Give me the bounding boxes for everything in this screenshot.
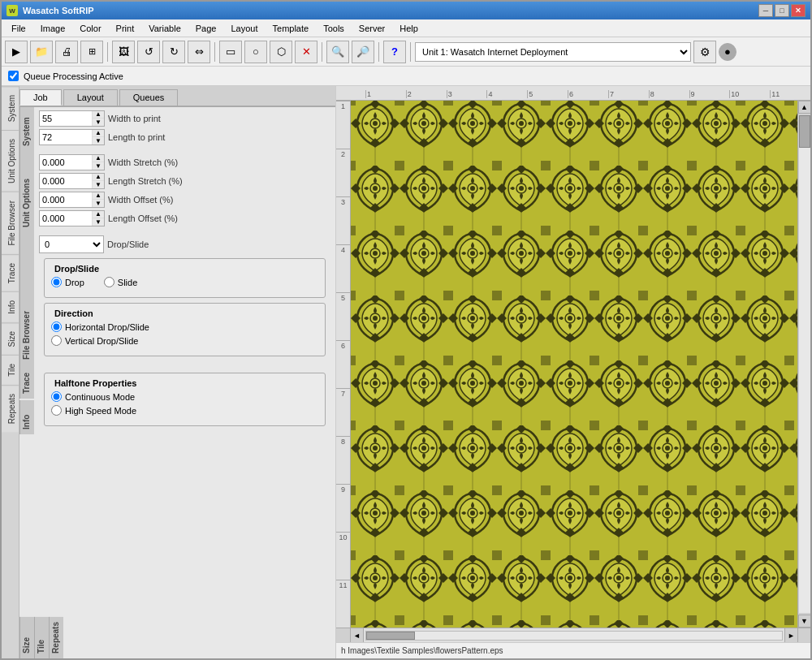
maximize-button[interactable]: □ <box>775 4 789 17</box>
drop-slide-select[interactable]: 0 <box>39 235 104 253</box>
horizontal-radio[interactable] <box>51 321 62 332</box>
unit-options-group-content: ▲ ▼ Width Stretch (%) ▲ ▼ <box>34 151 335 232</box>
width-stretch-down[interactable]: ▼ <box>93 162 104 170</box>
left-tabs-strip: System Unit Options File Browser Trace I… <box>2 86 19 658</box>
length-stretch-input[interactable] <box>40 174 92 188</box>
menu-color[interactable]: Color <box>73 22 107 35</box>
flip-button[interactable]: ⇔ <box>188 41 210 63</box>
printer-dropdown[interactable]: Unit 1: Wasatch Internet Deployment <box>415 42 691 62</box>
scroll-down-button[interactable]: ▼ <box>798 615 811 628</box>
v-tab-file-browser[interactable]: File Browser <box>2 192 19 254</box>
open-button[interactable]: 📁 <box>30 41 53 63</box>
repeats-group-label: Repeats <box>49 617 63 658</box>
continuous-radio[interactable] <box>51 391 62 402</box>
length-offset-up[interactable]: ▲ <box>93 211 104 218</box>
width-stretch-up[interactable]: ▲ <box>93 155 104 162</box>
h-scroll-thumb[interactable] <box>366 632 415 640</box>
length-stretch-down[interactable]: ▼ <box>93 181 104 188</box>
menu-layout[interactable]: Layout <box>224 22 264 35</box>
rect-button[interactable]: ▭ <box>219 41 242 63</box>
length-to-print-input[interactable] <box>40 130 92 145</box>
v-tab-tile[interactable]: Tile <box>2 355 19 385</box>
window-controls: ─ □ ✕ <box>758 4 806 17</box>
scroll-left-button[interactable]: ◄ <box>351 628 364 643</box>
scroll-up-button[interactable]: ▲ <box>798 101 811 114</box>
menu-print[interactable]: Print <box>110 22 141 35</box>
separator-5 <box>410 42 411 62</box>
menu-image[interactable]: Image <box>34 22 72 35</box>
bottom-ruler: ◄ ► <box>336 628 810 642</box>
v-tab-unit-options[interactable]: Unit Options <box>2 130 19 192</box>
tab-layout[interactable]: Layout <box>63 89 118 106</box>
zoom-out-button[interactable]: 🔎 <box>352 41 374 63</box>
status-button[interactable]: ● <box>719 43 736 61</box>
menu-server[interactable]: Server <box>352 22 391 35</box>
drop-slide-label: Drop/Slide <box>107 239 149 249</box>
tab-queues[interactable]: Queues <box>119 89 179 106</box>
width-to-print-down[interactable]: ▼ <box>93 119 104 126</box>
rotate-right-button[interactable]: ↻ <box>162 41 185 63</box>
close-button[interactable]: ✕ <box>791 4 806 17</box>
menu-page[interactable]: Page <box>189 22 223 35</box>
width-stretch-input[interactable] <box>40 155 92 170</box>
menu-template[interactable]: Template <box>266 22 316 35</box>
length-to-print-label: Length to print <box>108 132 165 142</box>
delete-button[interactable]: ✕ <box>295 41 317 63</box>
rip-button[interactable]: ▶ <box>5 41 28 63</box>
settings-button[interactable]: ⚙ <box>693 41 716 63</box>
v-tab-info[interactable]: Info <box>2 291 19 322</box>
scroll-track[interactable] <box>799 115 810 613</box>
width-to-print-input[interactable] <box>40 111 92 126</box>
drop-label: Drop <box>65 278 84 287</box>
size-group-label: Size <box>19 617 34 658</box>
highspeed-radio[interactable] <box>51 405 62 416</box>
system-group-row: System ▲ ▼ Width to print <box>19 107 335 151</box>
svg-rect-5 <box>351 101 797 628</box>
scroll-right-button[interactable]: ► <box>784 628 797 643</box>
zoom-in-button[interactable]: 🔍 <box>326 41 349 63</box>
slide-radio[interactable] <box>104 277 114 287</box>
width-offset-down[interactable]: ▼ <box>93 200 104 207</box>
width-to-print-up[interactable]: ▲ <box>93 111 104 119</box>
grid-button[interactable]: ⊞ <box>80 41 103 63</box>
scroll-thumb[interactable] <box>799 115 810 148</box>
ruler-h-tick: 9 <box>689 90 730 98</box>
menu-file[interactable]: File <box>5 22 32 35</box>
v-tab-repeats[interactable]: Repeats <box>2 385 19 432</box>
menu-variable[interactable]: Variable <box>142 22 188 35</box>
rotate-left-button[interactable]: ↺ <box>137 41 160 63</box>
v-tab-trace[interactable]: Trace <box>2 254 19 291</box>
menu-help[interactable]: Help <box>393 22 425 35</box>
drop-radio-row: Drop Slide <box>51 277 318 287</box>
queue-checkbox[interactable] <box>8 71 19 81</box>
v-tab-size[interactable]: Size <box>2 322 19 355</box>
length-stretch-up[interactable]: ▲ <box>93 174 104 181</box>
v-tab-system[interactable]: System <box>2 86 19 130</box>
length-to-print-down[interactable]: ▼ <box>93 137 104 145</box>
ruler-h-tick: 4 <box>486 90 527 98</box>
width-offset-up[interactable]: ▲ <box>93 192 104 200</box>
path-button[interactable]: ⬡ <box>270 41 292 63</box>
ruler-h-tick: 5 <box>527 90 568 98</box>
help-button[interactable]: ? <box>383 41 406 63</box>
print-button[interactable]: 🖨 <box>55 41 78 63</box>
bottom-tabs: Size Tile Repeats <box>19 617 335 658</box>
minimize-button[interactable]: ─ <box>758 4 773 17</box>
length-offset-row: ▲ ▼ Length Offset (%) <box>39 210 330 226</box>
image-button[interactable]: 🖼 <box>112 41 135 63</box>
length-offset-down[interactable]: ▼ <box>93 218 104 226</box>
ruler-h-tick: 11 <box>770 90 810 98</box>
halftone-groupbox-title: Halftone Properties <box>51 378 140 388</box>
drop-radio[interactable] <box>51 277 62 287</box>
circle-button[interactable]: ○ <box>244 41 267 63</box>
length-to-print-up[interactable]: ▲ <box>93 130 104 137</box>
length-to-print-row: ▲ ▼ Length to print <box>39 129 330 145</box>
app-icon: W <box>6 5 18 16</box>
width-offset-input[interactable] <box>40 192 92 207</box>
length-offset-input[interactable] <box>40 211 92 226</box>
tab-job[interactable]: Job <box>19 89 62 106</box>
vertical-radio[interactable] <box>51 335 62 346</box>
highspeed-label: High Speed Mode <box>65 406 136 416</box>
ruler-h-tick: 1 <box>365 90 406 98</box>
menu-tools[interactable]: Tools <box>317 22 351 35</box>
